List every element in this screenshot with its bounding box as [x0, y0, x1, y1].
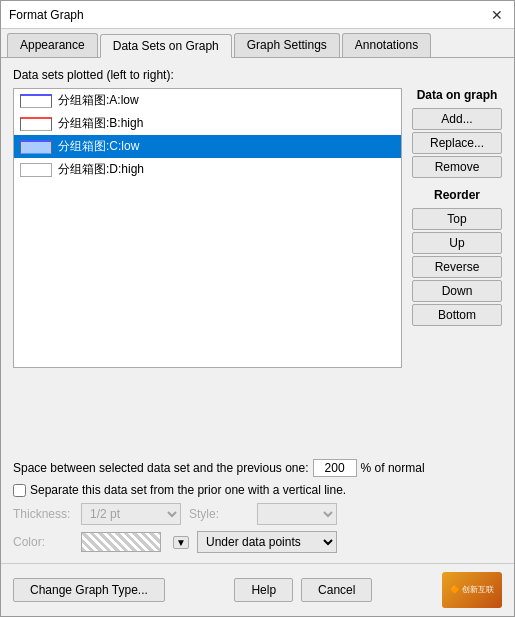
replace-button[interactable]: Replace...	[412, 132, 502, 154]
space-input[interactable]	[313, 459, 357, 477]
reverse-button[interactable]: Reverse	[412, 256, 502, 278]
reorder-title: Reorder	[412, 188, 502, 202]
color-dropdown-btn[interactable]: ▼	[173, 536, 189, 549]
right-panel: Data on graph Add... Replace... Remove R…	[412, 88, 502, 449]
space-label: Space between selected data set and the …	[13, 461, 309, 475]
list-item[interactable]: 分组箱图:D:high	[14, 158, 401, 181]
thickness-row: Thickness: 1/2 pt Style:	[13, 503, 502, 525]
bottom-section: Space between selected data set and the …	[13, 459, 502, 553]
separate-label: Separate this data set from the prior on…	[30, 483, 346, 497]
list-item[interactable]: 分组箱图:B:high	[14, 112, 401, 135]
color-row: Color: ▼ Under data points	[13, 531, 502, 553]
thickness-select[interactable]: 1/2 pt	[81, 503, 181, 525]
window-title: Format Graph	[9, 8, 84, 22]
close-button[interactable]: ✕	[488, 6, 506, 24]
tab-bar: Appearance Data Sets on Graph Graph Sett…	[1, 29, 514, 58]
top-button[interactable]: Top	[412, 208, 502, 230]
separate-checkbox[interactable]	[13, 484, 26, 497]
style-select[interactable]	[257, 503, 337, 525]
style-label: Style:	[189, 507, 249, 521]
position-select[interactable]: Under data points	[197, 531, 337, 553]
color-label: Color:	[13, 535, 73, 549]
tab-content: Data sets plotted (left to right): 分组箱图:…	[1, 58, 514, 563]
data-on-graph-title: Data on graph	[412, 88, 502, 102]
watermark: 🔶 创新互联	[442, 572, 502, 608]
main-area: 分组箱图:A:low 分组箱图:B:high 分组箱图:C:low	[13, 88, 502, 449]
help-button[interactable]: Help	[234, 578, 293, 602]
color-swatch[interactable]	[81, 532, 161, 552]
color-indicator	[20, 163, 52, 177]
up-button[interactable]: Up	[412, 232, 502, 254]
thickness-label: Thickness:	[13, 507, 73, 521]
tab-annotations[interactable]: Annotations	[342, 33, 431, 57]
separate-row: Separate this data set from the prior on…	[13, 483, 502, 497]
remove-button[interactable]: Remove	[412, 156, 502, 178]
down-button[interactable]: Down	[412, 280, 502, 302]
change-graph-type-button[interactable]: Change Graph Type...	[13, 578, 165, 602]
tab-data-sets[interactable]: Data Sets on Graph	[100, 34, 232, 58]
color-indicator	[20, 94, 52, 108]
space-row: Space between selected data set and the …	[13, 459, 502, 477]
color-indicator	[20, 140, 52, 154]
dataset-label: 分组箱图:A:low	[58, 92, 139, 109]
bottom-button[interactable]: Bottom	[412, 304, 502, 326]
footer-right: Help Cancel OK	[234, 578, 372, 602]
list-item[interactable]: 分组箱图:A:low	[14, 89, 401, 112]
cancel-button[interactable]: Cancel	[301, 578, 372, 602]
tab-appearance[interactable]: Appearance	[7, 33, 98, 57]
dataset-list-container: 分组箱图:A:low 分组箱图:B:high 分组箱图:C:low	[13, 88, 402, 449]
dataset-label: 分组箱图:C:low	[58, 138, 139, 155]
footer: Change Graph Type... Help Cancel OK 🔶 创新…	[1, 563, 514, 616]
dataset-label: 分组箱图:D:high	[58, 161, 144, 178]
space-unit: % of normal	[361, 461, 425, 475]
tab-graph-settings[interactable]: Graph Settings	[234, 33, 340, 57]
add-button[interactable]: Add...	[412, 108, 502, 130]
list-item[interactable]: 分组箱图:C:low	[14, 135, 401, 158]
format-graph-window: Format Graph ✕ Appearance Data Sets on G…	[0, 0, 515, 617]
title-bar: Format Graph ✕	[1, 1, 514, 29]
color-indicator	[20, 117, 52, 131]
dataset-label: 分组箱图:B:high	[58, 115, 143, 132]
dataset-list[interactable]: 分组箱图:A:low 分组箱图:B:high 分组箱图:C:low	[13, 88, 402, 368]
section-label: Data sets plotted (left to right):	[13, 68, 502, 82]
